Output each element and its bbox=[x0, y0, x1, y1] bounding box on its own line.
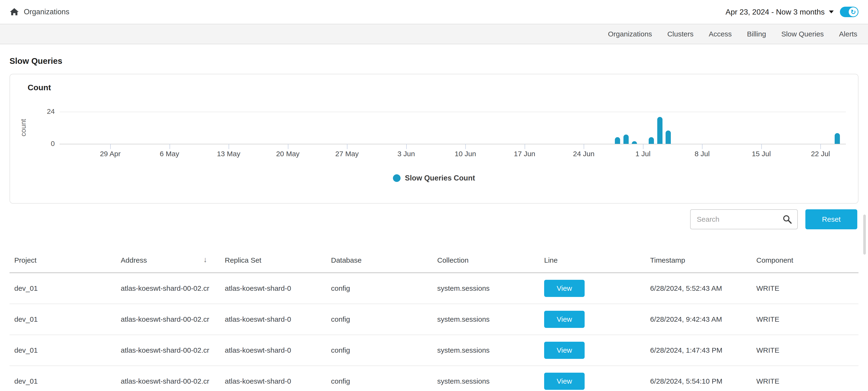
cell-line: View bbox=[544, 342, 650, 359]
cell-project: dev_01 bbox=[14, 284, 121, 293]
column-header-address[interactable]: Address↓ bbox=[121, 256, 225, 264]
home-icon bbox=[9, 7, 19, 17]
column-header-collection[interactable]: Collection bbox=[437, 256, 544, 264]
nav-bar: OrganizationsClustersAccessBillingSlow Q… bbox=[0, 24, 868, 44]
x-tick-label: 6 May bbox=[151, 150, 189, 158]
breadcrumb-label: Organizations bbox=[24, 8, 69, 16]
cell-collection: system.sessions bbox=[437, 315, 544, 323]
cell-collection: system.sessions bbox=[437, 346, 544, 354]
cell-line: View bbox=[544, 280, 650, 297]
table-row: dev_01atlas-koeswt-shard-00-02.cratlas-k… bbox=[9, 335, 859, 366]
bar-3-jul bbox=[657, 117, 662, 144]
slow-queries-table: ProjectAddress↓Replica SetDatabaseCollec… bbox=[9, 248, 859, 391]
cell-timestamp: 6/28/2024, 5:54:10 PM bbox=[650, 377, 756, 385]
view-button[interactable]: View bbox=[544, 280, 585, 297]
sort-desc-icon[interactable]: ↓ bbox=[204, 256, 207, 264]
cell-timestamp: 6/28/2024, 1:47:43 PM bbox=[650, 346, 756, 354]
x-axis-line bbox=[60, 144, 846, 144]
cell-database: config bbox=[331, 346, 437, 354]
column-header-timestamp[interactable]: Timestamp bbox=[650, 256, 756, 264]
bar-4-jul bbox=[665, 130, 671, 144]
x-tick-mark bbox=[288, 144, 288, 149]
search-box bbox=[690, 209, 798, 229]
breadcrumb[interactable]: Organizations bbox=[9, 7, 69, 17]
cell-timestamp: 6/28/2024, 5:52:43 AM bbox=[650, 284, 756, 293]
x-tick-mark bbox=[643, 144, 644, 149]
auto-refresh-toggle[interactable]: ↻ bbox=[840, 7, 859, 17]
view-button[interactable]: View bbox=[544, 311, 585, 328]
bar-29-jun bbox=[623, 134, 629, 144]
x-tick-label: 24 Jun bbox=[565, 150, 603, 158]
column-header-project[interactable]: Project bbox=[14, 256, 121, 264]
x-tick-mark bbox=[406, 144, 407, 149]
cell-address: atlas-koeswt-shard-00-02.cr bbox=[121, 315, 225, 323]
cell-database: config bbox=[331, 377, 437, 385]
cell-address: atlas-koeswt-shard-00-02.cr bbox=[121, 377, 225, 385]
page-title: Slow Queries bbox=[9, 56, 859, 66]
cell-address: atlas-koeswt-shard-00-02.cr bbox=[121, 284, 225, 293]
column-header-replica-set[interactable]: Replica Set bbox=[225, 256, 331, 264]
cell-database: config bbox=[331, 284, 437, 293]
nav-item-billing[interactable]: Billing bbox=[747, 30, 766, 38]
column-header-database[interactable]: Database bbox=[331, 256, 437, 264]
x-tick-mark bbox=[702, 144, 703, 149]
table-row: dev_01atlas-koeswt-shard-00-02.cratlas-k… bbox=[9, 304, 859, 335]
nav-item-slow-queries[interactable]: Slow Queries bbox=[781, 30, 824, 38]
x-tick-mark bbox=[584, 144, 584, 149]
x-tick-mark bbox=[761, 144, 762, 149]
chevron-down-icon bbox=[829, 10, 834, 13]
cell-address: atlas-koeswt-shard-00-02.cr bbox=[121, 346, 225, 354]
chart-y-axis-label: count bbox=[19, 119, 27, 136]
chart-title: Count bbox=[28, 83, 51, 92]
column-header-line[interactable]: Line bbox=[544, 256, 650, 264]
nav-item-alerts[interactable]: Alerts bbox=[839, 30, 857, 38]
toggle-knob: ↻ bbox=[849, 7, 858, 17]
legend-dot bbox=[393, 174, 401, 182]
x-tick-label: 3 Jun bbox=[387, 150, 425, 158]
bar-24-jul bbox=[835, 133, 840, 144]
x-tick-label: 22 Jul bbox=[801, 150, 839, 158]
y-tick-24: 24 bbox=[10, 108, 55, 116]
column-header-component[interactable]: Component bbox=[756, 256, 857, 264]
cell-project: dev_01 bbox=[14, 346, 121, 354]
nav-item-organizations[interactable]: Organizations bbox=[608, 30, 652, 38]
reset-button[interactable]: Reset bbox=[805, 209, 857, 229]
cell-project: dev_01 bbox=[14, 315, 121, 323]
x-tick-label: 10 Jun bbox=[446, 150, 484, 158]
date-range-selector[interactable]: Apr 23, 2024 - Now 3 months bbox=[725, 8, 834, 17]
cell-replica-set: atlas-koeswt-shard-0 bbox=[225, 284, 331, 293]
x-tick-mark bbox=[228, 144, 229, 149]
sync-icon: ↻ bbox=[850, 9, 856, 15]
bar-28-jun bbox=[615, 137, 620, 144]
nav-item-access[interactable]: Access bbox=[709, 30, 732, 38]
y-tick-0: 0 bbox=[10, 140, 55, 148]
bar-30-jun bbox=[632, 141, 637, 144]
view-button[interactable]: View bbox=[544, 342, 585, 359]
x-tick-label: 20 May bbox=[269, 150, 307, 158]
cell-component: WRITE bbox=[756, 284, 857, 293]
x-tick-mark bbox=[110, 144, 111, 149]
cell-collection: system.sessions bbox=[437, 377, 544, 385]
slow-queries-count-card: Count count 24 0 29 Apr6 May13 May20 May… bbox=[9, 74, 859, 204]
legend-label: Slow Queries Count bbox=[405, 174, 475, 182]
chart-plot: 29 Apr6 May13 May20 May27 May3 Jun10 Jun… bbox=[60, 112, 846, 144]
view-button[interactable]: View bbox=[544, 373, 585, 390]
x-tick-label: 8 Jul bbox=[683, 150, 721, 158]
page: Slow Queries Count count 24 0 29 Apr6 Ma… bbox=[0, 56, 868, 391]
x-tick-mark bbox=[347, 144, 347, 149]
nav-item-clusters[interactable]: Clusters bbox=[667, 30, 693, 38]
table-header-row: ProjectAddress↓Replica SetDatabaseCollec… bbox=[9, 248, 859, 273]
table-scrollbar-thumb[interactable] bbox=[863, 215, 866, 254]
cell-replica-set: atlas-koeswt-shard-0 bbox=[225, 315, 331, 323]
bar-2-jul bbox=[649, 137, 654, 144]
x-tick-label: 29 Apr bbox=[91, 150, 129, 158]
x-tick-mark bbox=[465, 144, 466, 149]
top-right-controls: Apr 23, 2024 - Now 3 months ↻ bbox=[725, 7, 859, 17]
x-tick-label: 1 Jul bbox=[624, 150, 662, 158]
cell-line: View bbox=[544, 311, 650, 328]
gridline-24 bbox=[60, 112, 846, 112]
cell-component: WRITE bbox=[756, 377, 857, 385]
cell-component: WRITE bbox=[756, 315, 857, 323]
search-input[interactable] bbox=[690, 209, 798, 229]
cell-component: WRITE bbox=[756, 346, 857, 354]
